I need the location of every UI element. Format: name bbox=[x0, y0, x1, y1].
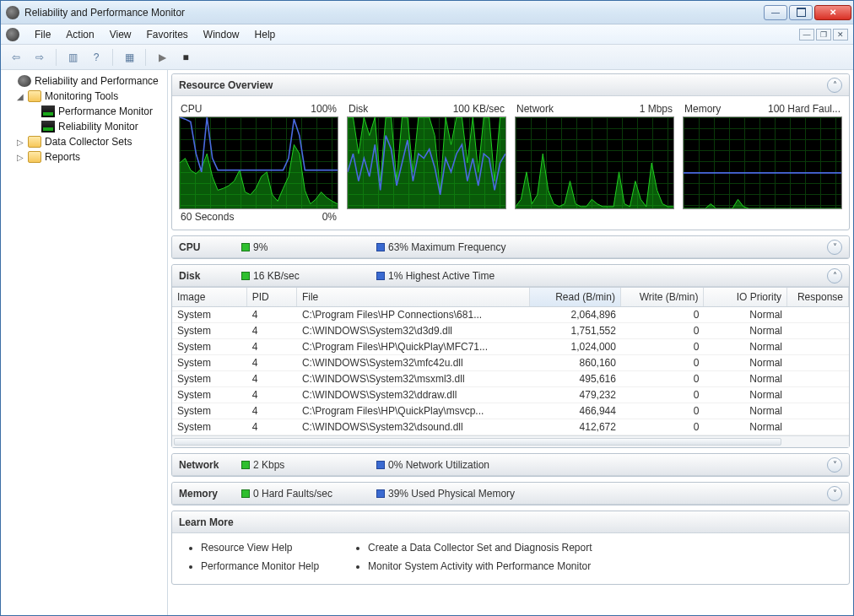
col-image[interactable]: Image bbox=[172, 288, 247, 306]
chart-cpu[interactable]: CPU100%60 Seconds0% bbox=[179, 103, 338, 223]
col-write[interactable]: Write (B/min) bbox=[621, 288, 705, 306]
cell-write: 0 bbox=[621, 387, 705, 403]
chart-canvas bbox=[515, 116, 674, 209]
chart-scale: 100 KB/sec bbox=[453, 103, 505, 115]
table-row[interactable]: System4C:\Program Files\HP\QuickPlay\msv… bbox=[172, 403, 849, 419]
link-perfmon-help[interactable]: Performance Monitor Help bbox=[201, 557, 319, 575]
back-button[interactable]: ⇦ bbox=[6, 48, 26, 67]
properties-button[interactable]: ? bbox=[86, 48, 106, 67]
chart-scale: 100% bbox=[311, 103, 337, 115]
cell-file: C:\WINDOWS\System32\ddraw.dll bbox=[297, 387, 530, 403]
maximize-button[interactable] bbox=[789, 5, 813, 20]
table-row[interactable]: System4C:\Program Files\HP\QuickPlay\MFC… bbox=[172, 339, 849, 355]
cell-io: Normal bbox=[704, 387, 787, 403]
cell-image: System bbox=[172, 355, 247, 370]
menu-help[interactable]: Help bbox=[253, 27, 278, 42]
table-row[interactable]: System4C:\Program Files\HP Connections\6… bbox=[172, 307, 849, 323]
expand-icon[interactable]: ˅ bbox=[827, 240, 842, 255]
expand-icon[interactable]: ▷ bbox=[16, 153, 24, 162]
tree-monitoring-tools[interactable]: ◢ Monitoring Tools bbox=[3, 89, 165, 104]
link-resource-view-help[interactable]: Resource View Help bbox=[201, 538, 319, 557]
menu-action[interactable]: Action bbox=[64, 27, 95, 42]
mdi-minimize-button[interactable]: — bbox=[799, 29, 814, 41]
cell-file: C:\WINDOWS\System32\d3d9.dll bbox=[297, 323, 530, 338]
table-row[interactable]: System4C:\WINDOWS\System32\ddraw.dll479,… bbox=[172, 387, 849, 403]
col-read[interactable]: Read (B/min) bbox=[530, 288, 621, 306]
expand-icon[interactable]: ˅ bbox=[827, 486, 842, 501]
close-button[interactable] bbox=[814, 5, 851, 20]
col-pid[interactable]: PID bbox=[247, 288, 297, 306]
mem-stat1: 0 Hard Faults/sec bbox=[253, 488, 332, 500]
cell-pid: 4 bbox=[247, 307, 297, 322]
square-green-icon bbox=[241, 489, 250, 498]
tree-label: Reliability Monitor bbox=[58, 121, 138, 132]
cell-io: Normal bbox=[704, 371, 787, 386]
expand-icon[interactable]: ▷ bbox=[16, 138, 24, 147]
play-button[interactable]: ▶ bbox=[152, 48, 172, 67]
menu-file[interactable]: File bbox=[33, 27, 52, 42]
horizontal-scrollbar[interactable] bbox=[172, 435, 849, 447]
cpu-stat1: 9% bbox=[253, 241, 268, 253]
table-header[interactable]: Image PID File Read (B/min) Write (B/min… bbox=[172, 288, 849, 307]
chart-mem[interactable]: Memory100 Hard Faul... bbox=[683, 103, 842, 223]
table-row[interactable]: System4C:\WINDOWS\System32\msxml3.dll495… bbox=[172, 371, 849, 387]
cell-image: System bbox=[172, 307, 247, 322]
cell-io: Normal bbox=[704, 339, 787, 354]
col-io[interactable]: IO Priority bbox=[704, 288, 787, 306]
tree-label: Data Collector Sets bbox=[45, 136, 132, 148]
table-row[interactable]: System4C:\WINDOWS\System32\mfc42u.dll860… bbox=[172, 355, 849, 371]
overview-title: Resource Overview bbox=[179, 79, 273, 91]
mdi-close-button[interactable]: ✕ bbox=[833, 29, 848, 41]
panel-network: Network 2 Kbps 0% Network Utilization ˅ bbox=[171, 453, 850, 477]
link-monitor-activity[interactable]: Monitor System Activity with Performance… bbox=[368, 557, 592, 575]
forward-button[interactable]: ⇨ bbox=[30, 48, 50, 67]
cell-pid: 4 bbox=[247, 387, 297, 403]
tree-root[interactable]: Reliability and Performance bbox=[3, 73, 165, 89]
table-row[interactable]: System4C:\WINDOWS\System32\d3d9.dll1,751… bbox=[172, 323, 849, 339]
cell-read: 1,751,552 bbox=[530, 323, 621, 338]
cell-write: 0 bbox=[621, 307, 705, 322]
tree-performance-monitor[interactable]: Performance Monitor bbox=[3, 104, 165, 119]
minimize-button[interactable] bbox=[764, 5, 787, 20]
table-body[interactable]: System4C:\Program Files\HP Connections\6… bbox=[172, 307, 849, 435]
menu-favorites[interactable]: Favorites bbox=[145, 27, 190, 42]
chart-label: Network bbox=[516, 103, 554, 115]
menu-window[interactable]: Window bbox=[202, 27, 241, 42]
square-blue-icon bbox=[376, 461, 385, 469]
link-create-collector[interactable]: Create a Data Collector Set and Diagnosi… bbox=[368, 538, 592, 557]
expand-icon[interactable]: ˅ bbox=[827, 457, 842, 473]
mdi-restore-button[interactable]: ❐ bbox=[816, 29, 831, 41]
net-stat2: 0% Network Utilization bbox=[388, 459, 489, 471]
cell-file: C:\WINDOWS\System32\mfc42u.dll bbox=[297, 355, 530, 370]
menu-view[interactable]: View bbox=[108, 27, 133, 42]
app-icon-small bbox=[6, 28, 19, 41]
stop-button[interactable]: ■ bbox=[176, 48, 196, 67]
table-row[interactable]: System4C:\WINDOWS\System32\dsound.dll412… bbox=[172, 419, 849, 435]
cell-resp bbox=[787, 419, 849, 435]
cell-image: System bbox=[172, 403, 247, 419]
tree-reports[interactable]: ▷ Reports bbox=[3, 149, 165, 165]
cell-file: C:\WINDOWS\System32\msxml3.dll bbox=[297, 371, 530, 386]
square-green-icon bbox=[241, 243, 250, 251]
tree-root-label: Reliability and Performance bbox=[35, 75, 159, 87]
cell-read: 1,024,000 bbox=[530, 339, 621, 354]
cell-file: C:\Program Files\HP\QuickPlay\MFC71... bbox=[297, 339, 530, 354]
refresh-button[interactable]: ▦ bbox=[119, 48, 139, 67]
show-hide-tree-button[interactable]: ▥ bbox=[62, 48, 83, 67]
collapse-icon[interactable]: ˄ bbox=[827, 78, 842, 93]
main-window: Reliability and Performance Monitor File… bbox=[0, 0, 854, 616]
tree-data-collector-sets[interactable]: ▷ Data Collector Sets bbox=[3, 134, 165, 149]
cell-read: 479,232 bbox=[530, 387, 621, 403]
disk-title: Disk bbox=[179, 270, 233, 282]
expand-icon[interactable]: ◢ bbox=[16, 92, 24, 101]
cell-write: 0 bbox=[621, 323, 705, 338]
chart-disk[interactable]: Disk100 KB/sec bbox=[347, 103, 506, 223]
collapse-icon[interactable]: ˄ bbox=[827, 268, 842, 284]
chart-net[interactable]: Network1 Mbps bbox=[515, 103, 674, 223]
col-file[interactable]: File bbox=[297, 288, 530, 306]
tree-reliability-monitor[interactable]: Reliability Monitor bbox=[3, 119, 165, 134]
nav-tree[interactable]: Reliability and Performance ◢ Monitoring… bbox=[1, 70, 168, 615]
chart-label: CPU bbox=[181, 103, 202, 115]
col-resp[interactable]: Response bbox=[787, 288, 849, 306]
titlebar[interactable]: Reliability and Performance Monitor bbox=[1, 1, 853, 24]
